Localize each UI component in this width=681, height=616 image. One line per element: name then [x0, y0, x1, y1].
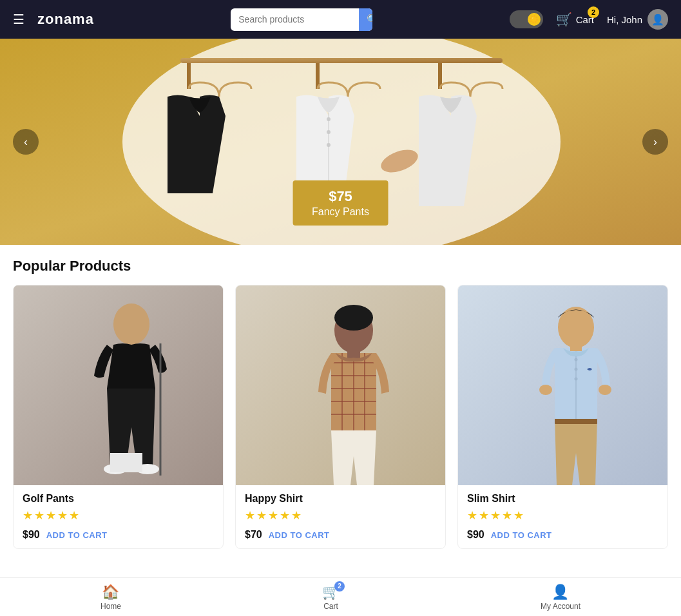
- logo: zonama: [37, 11, 94, 28]
- product-stars-1: ★ ★ ★ ★ ★: [245, 508, 436, 523]
- product-name-1: Happy Shirt: [245, 493, 436, 505]
- product-card-1: Happy Shirt ★ ★ ★ ★ ★ $70 ADD TO CART: [235, 285, 446, 549]
- svg-point-34: [575, 358, 578, 361]
- hero-badge: $75 Fancy Pants: [293, 180, 388, 226]
- product-card-0: Golf Pants ★ ★ ★ ★ ★ $90 ADD TO CART: [13, 285, 224, 549]
- hero-price: $75: [312, 188, 369, 205]
- search-area: 🔍: [107, 8, 497, 31]
- product-price-1: $70: [245, 529, 262, 541]
- star-3: ★: [46, 508, 56, 523]
- cart-icon: 🛒: [556, 12, 572, 27]
- hero-prev-button[interactable]: ‹: [13, 129, 39, 155]
- popular-products-title: Popular Products: [13, 258, 668, 274]
- product-image-1: [236, 285, 445, 485]
- cart-button[interactable]: 🛒 2 Cart: [556, 12, 594, 27]
- user-menu[interactable]: Hi, John 👤: [607, 9, 668, 30]
- star-4: ★: [280, 508, 290, 523]
- star-5: ★: [69, 508, 79, 523]
- hero-next-button[interactable]: ›: [642, 129, 668, 155]
- theme-toggle-thumb: ☀️: [528, 13, 541, 26]
- svg-point-36: [575, 378, 578, 381]
- popular-products-section: Popular Products: [0, 245, 681, 555]
- product-price-2: $90: [467, 529, 484, 541]
- search-input[interactable]: [231, 9, 359, 30]
- product-stars-0: ★ ★ ★ ★ ★: [23, 508, 214, 523]
- star-3: ★: [268, 508, 278, 523]
- product-card-2: Slim Shirt ★ ★ ★ ★ ★ $90 ADD TO CART: [457, 285, 668, 549]
- star-2: ★: [34, 508, 44, 523]
- product-info-1: Happy Shirt ★ ★ ★ ★ ★ $70 ADD TO CART: [236, 485, 445, 548]
- product-price-row-0: $90 ADD TO CART: [23, 529, 214, 541]
- user-greeting: Hi, John: [607, 14, 642, 25]
- star-1: ★: [23, 508, 33, 523]
- svg-rect-2: [180, 58, 503, 63]
- header: ☰ zonama 🔍 ☀️ 🛒 2 Cart Hi, John 👤: [0, 0, 681, 39]
- header-right: ☀️ 🛒 2 Cart Hi, John 👤: [510, 9, 668, 30]
- product-price-0: $90: [23, 529, 40, 541]
- cart-badge: 2: [588, 6, 599, 18]
- chevron-left-icon: ‹: [24, 135, 28, 149]
- svg-point-19: [334, 305, 373, 331]
- product-name-0: Golf Pants: [23, 493, 214, 505]
- star-1: ★: [467, 508, 477, 523]
- theme-toggle[interactable]: ☀️: [510, 10, 543, 28]
- products-grid: Golf Pants ★ ★ ★ ★ ★ $90 ADD TO CART: [13, 285, 668, 549]
- search-button[interactable]: 🔍: [359, 8, 372, 31]
- user-avatar: 👤: [647, 9, 668, 30]
- svg-rect-40: [555, 419, 597, 424]
- product-image-2: [458, 285, 667, 485]
- add-to-cart-button-2[interactable]: ADD TO CART: [491, 530, 552, 540]
- product-price-row-1: $70 ADD TO CART: [245, 529, 436, 541]
- star-5: ★: [291, 508, 302, 523]
- add-to-cart-button-1[interactable]: ADD TO CART: [269, 530, 330, 540]
- star-4: ★: [502, 508, 512, 523]
- product-image-0: [14, 285, 223, 485]
- svg-point-31: [558, 307, 594, 348]
- svg-point-39: [599, 385, 611, 395]
- star-2: ★: [256, 508, 267, 523]
- star-1: ★: [245, 508, 255, 523]
- star-5: ★: [513, 508, 524, 523]
- product-info-2: Slim Shirt ★ ★ ★ ★ ★ $90 ADD TO CART: [458, 485, 667, 548]
- search-wrapper: 🔍: [231, 8, 372, 31]
- user-icon: 👤: [651, 14, 664, 26]
- hero-product-name: Fancy Pants: [312, 206, 369, 218]
- svg-point-12: [113, 303, 149, 345]
- product-stars-2: ★ ★ ★ ★ ★: [467, 508, 658, 523]
- product-price-row-2: $90 ADD TO CART: [467, 529, 658, 541]
- svg-point-38: [539, 385, 552, 395]
- svg-point-35: [575, 368, 578, 371]
- svg-point-8: [327, 143, 331, 147]
- product-info-0: Golf Pants ★ ★ ★ ★ ★ $90 ADD TO CART: [14, 485, 223, 548]
- svg-point-6: [327, 117, 331, 121]
- search-icon: 🔍: [367, 14, 372, 25]
- product-name-2: Slim Shirt: [467, 493, 658, 505]
- menu-icon[interactable]: ☰: [13, 12, 24, 27]
- svg-rect-16: [110, 453, 142, 472]
- hero-banner: ‹ › $75 Fancy Pants: [0, 39, 681, 245]
- sun-icon: ☀️: [529, 15, 539, 24]
- svg-point-7: [327, 130, 331, 134]
- star-3: ★: [490, 508, 501, 523]
- star-2: ★: [479, 508, 489, 523]
- add-to-cart-button-0[interactable]: ADD TO CART: [46, 530, 108, 540]
- star-4: ★: [57, 508, 68, 523]
- chevron-right-icon: ›: [653, 135, 657, 149]
- svg-rect-37: [570, 343, 582, 351]
